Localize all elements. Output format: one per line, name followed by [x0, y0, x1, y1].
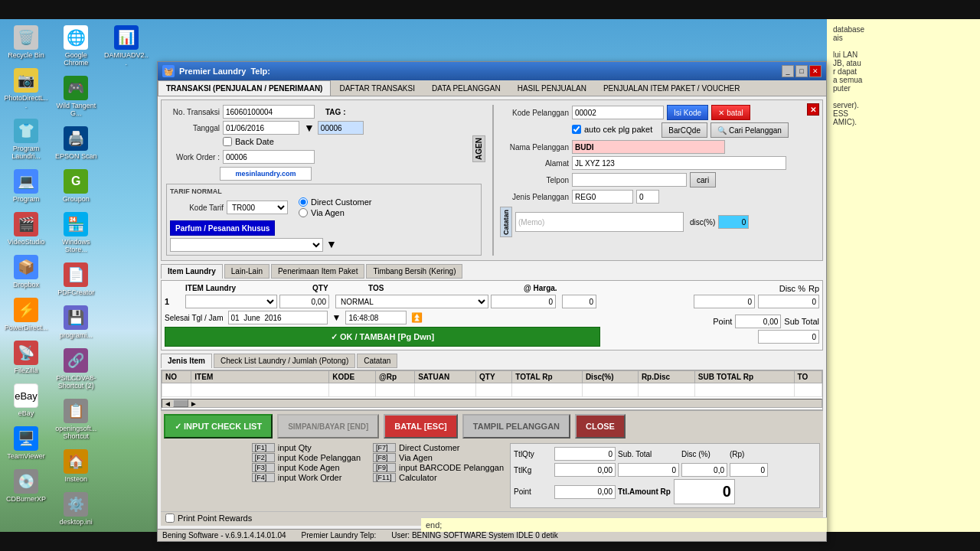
icon-program-laundri[interactable]: 👕 Program Laundri... [3, 116, 49, 163]
icon-desktop-ini[interactable]: ⚙️ desktop.ini [53, 489, 99, 529]
input-check-list-button[interactable]: ✓ INPUT CHECK LIST [164, 414, 273, 439]
ttl-kg-input[interactable] [554, 463, 616, 477]
icon-pdfcreator[interactable]: 📄 PDFCreator [53, 259, 99, 299]
auto-cek-checkbox[interactable] [572, 125, 581, 134]
disc-val-input[interactable] [681, 463, 727, 477]
tab-jenis-item[interactable]: Jenis Item [161, 354, 212, 368]
batal-kode-button[interactable]: ✕ batal [711, 105, 750, 120]
scroll-left-btn[interactable]: ◄ [162, 399, 173, 408]
icon-damiuadv2[interactable]: 📊 DAMIUADV2... [103, 22, 149, 70]
disc-pct-input[interactable] [694, 295, 755, 308]
tab-data-pelanggan[interactable]: DATA PELANGGAN [423, 80, 509, 96]
telpon-input[interactable] [572, 173, 687, 187]
bottom-action-bar: ✓ INPUT CHECK LIST SIMPAN/BAYAR [END] BA… [161, 410, 823, 511]
nama-input[interactable] [572, 140, 725, 154]
cari-pelanggan-button[interactable]: 🔍 Cari Pelanggan [710, 122, 789, 138]
scroll-right-btn[interactable]: ► [188, 399, 199, 408]
icon-teamviewer[interactable]: 🖥️ TeamViewer [3, 423, 49, 463]
tanggal-dropdown-icon[interactable]: ▼ [304, 122, 315, 134]
simpan-bayar-button[interactable]: SIMPAN/BAYAR [END] [277, 414, 379, 439]
point-input[interactable] [735, 315, 781, 328]
qty-header: QTY [312, 284, 366, 292]
selesai-date-input[interactable] [228, 311, 328, 324]
icon-filezilla[interactable]: 📡 FileZilla [3, 337, 49, 377]
scroll-thumb[interactable] [173, 399, 188, 407]
tab-lain-lain[interactable]: Lain-Lain [224, 264, 270, 279]
tab-transaksi[interactable]: TRANSAKSI (PENJUALAN / PENERIMAAN) [158, 80, 331, 96]
tab-catatan[interactable]: Catatan [357, 354, 397, 368]
print-point-checkbox[interactable] [165, 514, 175, 523]
qty-input[interactable] [279, 295, 329, 308]
harga-right-input[interactable] [562, 295, 596, 308]
tos-select[interactable]: NORMAL [335, 295, 488, 308]
icon-programi[interactable]: 💾 programi... [53, 302, 99, 342]
window-close-button[interactable]: ✕ [809, 65, 822, 77]
icon-videostudio[interactable]: 🎬 VideoStudio [3, 209, 49, 249]
selesai-time-input[interactable] [345, 311, 407, 324]
catatan-input[interactable] [515, 212, 684, 232]
tab-item-laundry[interactable]: Item Laundry [161, 264, 223, 279]
tag-input[interactable] [318, 121, 364, 135]
icon-photodirect[interactable]: 📷 PhotoDirectL... [3, 65, 49, 112]
barcode-button[interactable]: BarCQde [662, 122, 707, 138]
icon-psilcdva8[interactable]: 🔗 PSILCDVA8-Shortcut (2) [53, 345, 99, 393]
via-agen-radio[interactable] [299, 208, 308, 217]
jenis-extra-input[interactable] [636, 190, 659, 204]
icon-wildtangent[interactable]: 🎮 Wild Tangent G... [53, 73, 99, 120]
horizontal-scrollbar[interactable]: ◄ ► [162, 399, 822, 408]
icon-insteon[interactable]: 🏠 Insteon [53, 446, 99, 486]
work-order-input[interactable] [223, 150, 315, 164]
icon-openingsoft[interactable]: 📋 openingsoft... Shortcut [53, 396, 99, 443]
icon-powerdirect[interactable]: ⚡ PowerDirect... [3, 295, 49, 334]
batal-button[interactable]: BATAL [ESC] [384, 414, 457, 439]
kode-tarif-select[interactable]: TR000 [227, 201, 288, 214]
desktop-icons: 🗑️ Recycle Bin 📷 PhotoDirectL... 👕 Progr… [0, 19, 153, 532]
minimize-button[interactable]: _ [782, 65, 794, 77]
close-button[interactable]: CLOSE [575, 414, 626, 439]
icon-program[interactable]: 💻 Program [3, 166, 49, 206]
harga-input[interactable] [491, 295, 556, 308]
rp-val-input[interactable] [730, 463, 768, 477]
customer-form: AGEN Kode Pelanggan Isi Kode ✕ batal [492, 105, 818, 256]
icon-chrome[interactable]: 🌐 Google Chrome [53, 22, 99, 70]
icon-windows-store[interactable]: 🏪 Windows Store... [53, 209, 99, 256]
icon-dropbox[interactable]: 📦 Dropbox [3, 252, 49, 292]
cari-telp-button[interactable]: cari [690, 172, 716, 187]
icon-ebay[interactable]: eBay eBay [3, 380, 49, 420]
ok-tambah-button[interactable]: ✓ OK / TAMBAH [Pg Dwn] [165, 327, 600, 347]
direct-customer-radio[interactable] [299, 197, 308, 207]
tab-timbang-bersih[interactable]: Timbang Bersih (Kering) [366, 264, 462, 279]
sub-total-val-input[interactable] [618, 463, 679, 477]
desktop: 🗑️ Recycle Bin 📷 PhotoDirectL... 👕 Progr… [0, 0, 980, 551]
time-spinner[interactable]: ⏫ [411, 312, 423, 323]
tanggal-input[interactable] [223, 121, 299, 135]
isi-kode-button[interactable]: Isi Kode [667, 105, 708, 120]
icon-cdburner[interactable]: 💿 CDBurnerXP [3, 466, 49, 506]
tab-hasil[interactable]: HASIL PENJUALAN [509, 80, 595, 96]
no-transaksi-input[interactable] [223, 105, 315, 119]
item-select[interactable] [185, 295, 277, 308]
icon-recycle-bin[interactable]: 🗑️ Recycle Bin [3, 22, 49, 62]
back-date-checkbox[interactable] [223, 137, 232, 146]
sub-total-input[interactable] [758, 330, 819, 344]
disc-input[interactable] [718, 215, 749, 229]
tab-penerimaan-item[interactable]: Penerimaan Item Paket [271, 264, 365, 279]
point-total-input[interactable] [554, 485, 616, 499]
tampil-pelanggan-button[interactable]: TAMPIL PELANGGAN [462, 414, 570, 439]
icon-epson[interactable]: 🖨️ EPSON Scan [53, 123, 99, 163]
rp-input[interactable] [758, 295, 819, 308]
alamat-input[interactable] [572, 156, 786, 170]
tab-penjualan-item[interactable]: PENJUALAN ITEM PAKET / VOUCHER [595, 80, 749, 96]
parfum-select[interactable] [170, 238, 323, 252]
parfum-button[interactable]: Parfum / Pesanan Khusus [170, 220, 275, 236]
ttl-qty-input[interactable] [554, 447, 616, 461]
icon-groupon[interactable]: G Groupon [53, 166, 99, 206]
tag-label: TAG : [325, 108, 345, 116]
selesai-date-dropdown[interactable]: ▼ [332, 312, 341, 323]
kode-pelanggan-input[interactable] [572, 106, 664, 119]
parfum-dropdown-icon[interactable]: ▼ [326, 238, 337, 252]
tab-daftar[interactable]: DAFTAR TRANSAKSI [331, 80, 423, 96]
maximize-button[interactable]: □ [795, 65, 808, 77]
tab-checklist[interactable]: Check List Laundry / Jumlah (Potong) [214, 354, 355, 368]
jenis-input[interactable] [572, 190, 633, 204]
